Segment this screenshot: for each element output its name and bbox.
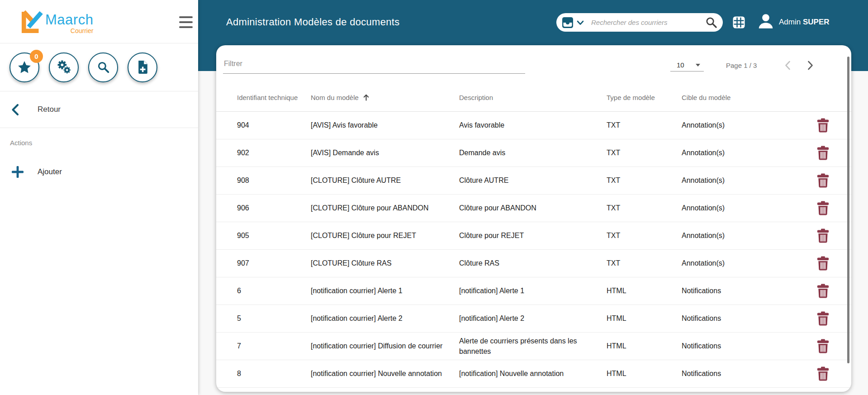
cell-identifier: 905 [237,232,311,240]
delete-template-button[interactable] [813,115,832,135]
cell-type: TXT [607,176,682,185]
settings-button[interactable] [49,52,79,82]
cell-identifier: 907 [237,259,311,267]
cell-type: TXT [607,121,682,129]
inbox-icon[interactable] [562,17,574,29]
delete-template-button[interactable] [813,198,832,218]
plus-icon [11,166,24,178]
cell-description: [notification] Alerte 2 [459,313,607,324]
filter-input[interactable] [223,58,525,74]
cell-type: HTML [607,287,682,295]
column-target[interactable]: Cible du modèle [682,94,800,101]
cell-identifier: 6 [237,287,311,295]
trash-icon [817,284,829,298]
search-input[interactable] [591,19,705,26]
card-toolbar: 10 Page 1 / 3 [216,45,851,84]
page-info: Page 1 / 3 [726,62,757,69]
cell-name: [CLOTURE] Clôture pour REJET [311,232,459,240]
table-body: 904 [AVIS] Avis favorable Avis favorable… [216,112,851,388]
mail-search-bar [556,13,723,32]
cell-type: TXT [607,204,682,212]
templates-card: 10 Page 1 / 3 Identifiant technique Nom … [216,45,851,392]
add-label: Ajouter [38,167,62,176]
trash-icon [817,366,829,381]
new-document-button[interactable] [128,52,157,82]
logo-row: Maarch Courrier [0,0,198,43]
search-button[interactable] [88,52,118,82]
table-row[interactable]: 906 [CLOTURE] Clôture pour ABANDON Clôtu… [216,195,851,222]
favorites-button[interactable]: 0 [9,52,39,82]
search-icon [97,61,110,74]
cell-type: HTML [607,342,682,350]
table-row[interactable]: 902 [AVIS] Demande avis Demande avis TXT… [216,139,851,167]
delete-template-button[interactable] [813,309,832,328]
chevron-right-icon [807,61,813,70]
favorites-badge: 0 [30,50,43,63]
cell-target: Notifications [682,342,800,350]
cell-name: [CLOTURE] Clôture AUTRE [311,176,459,185]
cell-target: Annotation(s) [682,232,800,240]
previous-page-button[interactable] [779,57,796,73]
cell-target: Notifications [682,314,800,323]
delete-template-button[interactable] [813,364,832,384]
column-identifier[interactable]: Identifiant technique [237,94,311,101]
maarch-logo: Maarch Courrier [21,10,93,34]
logo-product: Courrier [45,27,93,34]
column-name[interactable]: Nom du modèle [311,94,459,101]
delete-template-button[interactable] [813,226,832,246]
cell-target: Annotation(s) [682,121,800,129]
gears-icon [57,60,71,74]
cell-name: [notification courrier] Alerte 1 [311,287,459,295]
cell-type: TXT [607,149,682,157]
delete-template-button[interactable] [813,336,832,356]
magnifier-icon [705,16,717,29]
cell-description: Avis favorable [459,120,607,130]
cell-type: HTML [607,370,682,378]
menu-icon[interactable] [179,16,193,28]
add-template-button[interactable]: Ajouter [0,166,198,178]
actions-section-label: Actions [10,139,198,147]
apps-grid-button[interactable] [733,16,745,29]
cell-target: Notifications [682,287,800,295]
delete-template-button[interactable] [813,253,832,273]
delete-template-button[interactable] [813,171,832,190]
column-type[interactable]: Type de modèle [607,94,682,101]
cell-target: Annotation(s) [682,176,800,185]
user-name[interactable]: Admin SUPER [779,18,830,27]
table-row[interactable]: 8 [notification courrier] Nouvelle annot… [216,360,851,388]
cell-type: TXT [607,259,682,267]
column-description[interactable]: Description [459,94,607,101]
next-page-button[interactable] [802,57,818,73]
table-row[interactable]: 5 [notification courrier] Alerte 2 [noti… [216,305,851,333]
chevron-left-icon [785,61,791,70]
table-row[interactable]: 908 [CLOTURE] Clôture AUTRE Clôture AUTR… [216,167,851,195]
table-row[interactable]: 905 [CLOTURE] Clôture pour REJET Clôture… [216,222,851,250]
cell-description: Clôture RAS [459,258,607,268]
table-row[interactable]: 6 [notification courrier] Alerte 1 [noti… [216,277,851,305]
delete-template-button[interactable] [813,143,832,163]
search-submit-button[interactable] [705,16,717,29]
topbar: Administration Modèles de documents [198,0,868,45]
cell-description: [notification] Nouvelle annotation [459,368,607,379]
table-row[interactable]: 7 [notification courrier] Diffusion de c… [216,333,851,360]
cell-description: [notification] Alerte 1 [459,286,607,296]
delete-template-button[interactable] [813,281,832,301]
vertical-scrollbar[interactable] [847,57,849,363]
page-size-value: 10 [677,61,684,69]
cell-type: HTML [607,314,682,323]
user-avatar[interactable] [757,13,774,29]
chevron-down-icon[interactable] [577,20,584,25]
trash-icon [817,201,829,215]
cell-name: [notification courrier] Diffusion de cou… [311,342,459,350]
cell-target: Annotation(s) [682,259,800,267]
page-size-select[interactable]: 10 [670,59,704,71]
table-row[interactable]: 907 [CLOTURE] Clôture RAS Clôture RAS TX… [216,250,851,277]
logo-brand: Maarch [45,12,93,28]
quick-icons-bar: 0 [0,43,198,91]
trash-icon [817,256,829,271]
cell-description: Clôture pour ABANDON [459,203,607,213]
back-label: Retour [38,105,61,114]
table-row[interactable]: 904 [AVIS] Avis favorable Avis favorable… [216,112,851,139]
back-button[interactable]: Retour [0,91,198,128]
cell-description: Clôture pour REJET [459,230,607,241]
